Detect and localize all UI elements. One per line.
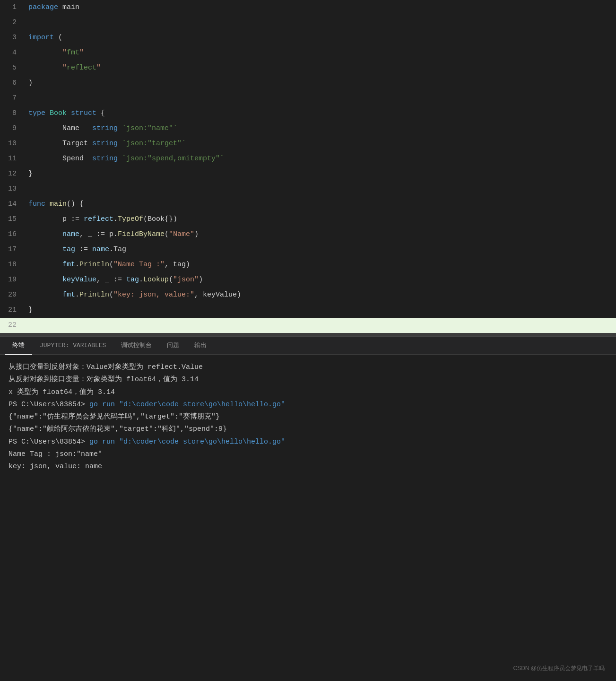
terminal-line: Name Tag : json:"name" bbox=[9, 448, 607, 461]
line-number: 2 bbox=[0, 15, 26, 30]
code-line-18: 18 fmt.Println("Name Tag :", tag) bbox=[0, 257, 616, 272]
line-number: 7 bbox=[0, 91, 26, 106]
terminal-tab[interactable]: 输出 bbox=[187, 337, 214, 355]
terminal-line: PS C:\Users\83854> go run "d:\coder\code… bbox=[9, 436, 607, 448]
line-number: 9 bbox=[0, 121, 26, 136]
line-number: 13 bbox=[0, 182, 26, 197]
code-line-3: 3import ( bbox=[0, 30, 616, 45]
terminal-line: 从接口变量到反射对象：Value对象类型为 reflect.Value bbox=[9, 361, 607, 374]
code-line-9: 9 Name string `json:"name"` bbox=[0, 121, 616, 136]
code-line-19: 19 keyValue, _ := tag.Lookup("json") bbox=[0, 272, 616, 288]
code-line-14: 14func main() { bbox=[0, 197, 616, 212]
terminal-panel[interactable]: 终端JUPYTER: VARIABLES调试控制台问题输出 从接口变量到反射对象… bbox=[0, 337, 616, 681]
line-content: } bbox=[26, 166, 616, 182]
line-content: } bbox=[26, 303, 616, 318]
code-line-2: 2 bbox=[0, 15, 616, 30]
code-line-8: 8type Book struct { bbox=[0, 106, 616, 121]
line-number: 12 bbox=[0, 166, 26, 182]
line-number: 19 bbox=[0, 272, 26, 288]
line-content: import ( bbox=[26, 30, 616, 45]
line-content: "fmt" bbox=[26, 45, 616, 61]
terminal-line: {"name":"仿生程序员会梦见代码羊吗","target":"赛博朋克"} bbox=[9, 411, 607, 423]
line-number: 15 bbox=[0, 212, 26, 227]
line-content: fmt.Println("key: json, value:", keyValu… bbox=[26, 288, 616, 303]
code-line-5: 5 "reflect" bbox=[0, 61, 616, 76]
line-number: 16 bbox=[0, 227, 26, 242]
line-number: 6 bbox=[0, 76, 26, 91]
code-line-4: 4 "fmt" bbox=[0, 45, 616, 61]
line-content bbox=[26, 15, 616, 30]
line-number: 22 bbox=[0, 318, 26, 333]
terminal-tab-bar: 终端JUPYTER: VARIABLES调试控制台问题输出 bbox=[0, 337, 616, 355]
code-line-1: 1package main bbox=[0, 0, 616, 15]
code-line-16: 16 name, _ := p.FieldByName("Name") bbox=[0, 227, 616, 242]
line-content bbox=[26, 91, 616, 106]
code-line-7: 7 bbox=[0, 91, 616, 106]
line-number: 17 bbox=[0, 242, 26, 257]
line-number: 8 bbox=[0, 106, 26, 121]
code-line-17: 17 tag := name.Tag bbox=[0, 242, 616, 257]
line-content: Spend string `json:"spend,omitempty"` bbox=[26, 151, 616, 166]
line-number: 20 bbox=[0, 288, 26, 303]
line-number: 18 bbox=[0, 257, 26, 272]
line-content: Name string `json:"name"` bbox=[26, 121, 616, 136]
line-content: p := reflect.TypeOf(Book{}) bbox=[26, 212, 616, 227]
line-number: 21 bbox=[0, 303, 26, 318]
terminal-line: key: json, value: name bbox=[9, 461, 607, 473]
line-content: fmt.Println("Name Tag :", tag) bbox=[26, 257, 616, 272]
line-content: type Book struct { bbox=[26, 106, 616, 121]
line-number: 14 bbox=[0, 197, 26, 212]
terminal-line: {"name":"献给阿尔吉侬的花束","target":"科幻","spend… bbox=[9, 423, 607, 436]
line-number: 4 bbox=[0, 45, 26, 61]
line-number: 3 bbox=[0, 30, 26, 45]
line-content: keyValue, _ := tag.Lookup("json") bbox=[26, 272, 616, 288]
terminal-line: PS C:\Users\83854> go run "d:\coder\code… bbox=[9, 399, 607, 411]
code-line-11: 11 Spend string `json:"spend,omitempty"` bbox=[0, 151, 616, 166]
code-line-10: 10 Target string `json:"target"` bbox=[0, 136, 616, 151]
terminal-tab[interactable]: 终端 bbox=[5, 337, 32, 355]
code-line-12: 12} bbox=[0, 166, 616, 182]
code-line-15: 15 p := reflect.TypeOf(Book{}) bbox=[0, 212, 616, 227]
code-line-13: 13 bbox=[0, 182, 616, 197]
line-content: package main bbox=[26, 0, 616, 15]
terminal-output: 从接口变量到反射对象：Value对象类型为 reflect.Value从反射对象… bbox=[0, 355, 616, 681]
code-line-21: 21} bbox=[0, 303, 616, 318]
line-number: 1 bbox=[0, 0, 26, 15]
code-editor: 1package main2 3import (4 "fmt"5 "reflec… bbox=[0, 0, 616, 333]
line-number: 5 bbox=[0, 61, 26, 76]
line-content: name, _ := p.FieldByName("Name") bbox=[26, 227, 616, 242]
line-content: "reflect" bbox=[26, 61, 616, 76]
line-number: 11 bbox=[0, 151, 26, 166]
line-content: ) bbox=[26, 76, 616, 91]
line-content: tag := name.Tag bbox=[26, 242, 616, 257]
terminal-tab[interactable]: JUPYTER: VARIABLES bbox=[32, 337, 113, 355]
line-content bbox=[26, 182, 616, 197]
code-line-20: 20 fmt.Println("key: json, value:", keyV… bbox=[0, 288, 616, 303]
watermark: CSDN @仿生程序员会梦见电子羊吗 bbox=[513, 664, 605, 672]
line-content: Target string `json:"target"` bbox=[26, 136, 616, 151]
terminal-tab[interactable]: 问题 bbox=[159, 337, 187, 355]
line-content bbox=[26, 318, 616, 333]
code-line-22: 22 bbox=[0, 318, 616, 333]
line-number: 10 bbox=[0, 136, 26, 151]
line-content: func main() { bbox=[26, 197, 616, 212]
terminal-line: x 类型为 float64，值为 3.14 bbox=[9, 386, 607, 399]
terminal-tab[interactable]: 调试控制台 bbox=[113, 337, 159, 355]
terminal-line: 从反射对象到接口变量：对象类型为 float64，值为 3.14 bbox=[9, 374, 607, 386]
code-line-6: 6) bbox=[0, 76, 616, 91]
